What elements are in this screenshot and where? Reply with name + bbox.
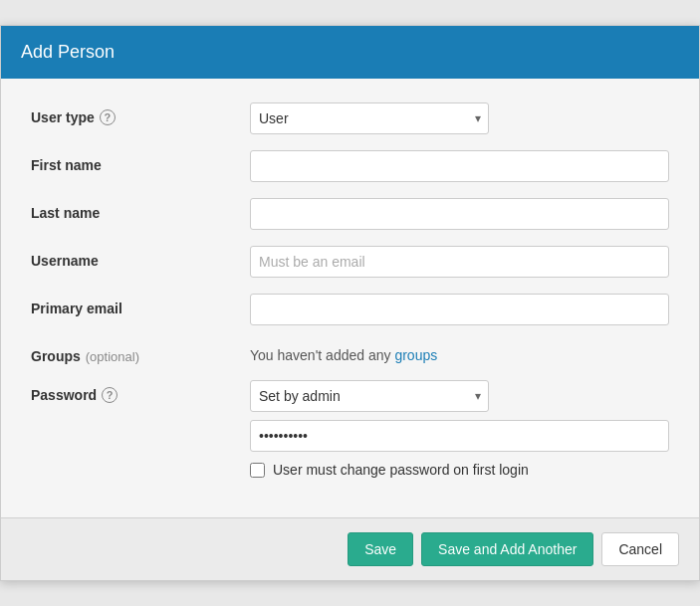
- last-name-input[interactable]: [250, 198, 669, 230]
- username-row: Username: [31, 246, 669, 278]
- first-name-label: First name: [31, 150, 250, 173]
- groups-link[interactable]: groups: [394, 347, 437, 363]
- groups-text: You haven't added any groups: [250, 341, 669, 363]
- change-password-label[interactable]: User must change password on first login: [273, 462, 529, 478]
- user-type-label: User type ?: [31, 102, 250, 125]
- password-control: Set by admin Set by user Generated ▾ Use…: [250, 380, 669, 478]
- groups-label: Groups (optional): [31, 341, 250, 364]
- groups-control: You haven't added any groups: [250, 341, 669, 363]
- save-button[interactable]: Save: [348, 532, 413, 566]
- last-name-label: Last name: [31, 198, 250, 221]
- change-password-checkbox[interactable]: [250, 463, 265, 478]
- password-help-icon[interactable]: ?: [102, 387, 117, 403]
- save-and-add-button[interactable]: Save and Add Another: [421, 532, 593, 566]
- password-select-wrap: Set by admin Set by user Generated ▾: [250, 380, 489, 412]
- primary-email-row: Primary email: [31, 294, 669, 325]
- last-name-row: Last name: [31, 198, 669, 230]
- dialog-title: Add Person: [21, 42, 115, 62]
- password-input-wrap: [250, 420, 669, 452]
- username-label: Username: [31, 246, 250, 269]
- primary-email-label: Primary email: [31, 294, 250, 316]
- username-input[interactable]: [250, 246, 669, 278]
- groups-row: Groups (optional) You haven't added any …: [31, 341, 669, 364]
- password-input[interactable]: [250, 420, 669, 452]
- last-name-control: [250, 198, 669, 230]
- checkbox-row: User must change password on first login: [250, 462, 669, 478]
- dialog-body: User type ? User Admin Staff ▾ First nam…: [1, 79, 699, 517]
- first-name-row: First name: [31, 150, 669, 182]
- first-name-control: [250, 150, 669, 182]
- user-type-select-wrap: User Admin Staff ▾: [250, 102, 489, 134]
- groups-optional-label: (optional): [86, 349, 139, 364]
- password-label: Password ?: [31, 380, 250, 403]
- add-person-dialog: Add Person User type ? User Admin Staff …: [0, 25, 700, 581]
- primary-email-control: [250, 294, 669, 325]
- username-control: [250, 246, 669, 278]
- user-type-row: User type ? User Admin Staff ▾: [31, 102, 669, 134]
- first-name-input[interactable]: [250, 150, 669, 182]
- user-type-select[interactable]: User Admin Staff: [250, 102, 489, 134]
- user-type-help-icon[interactable]: ?: [100, 109, 116, 125]
- password-row: Password ? Set by admin Set by user Gene…: [31, 380, 669, 478]
- primary-email-input[interactable]: [250, 294, 669, 325]
- user-type-control: User Admin Staff ▾: [250, 102, 669, 134]
- password-select[interactable]: Set by admin Set by user Generated: [250, 380, 489, 412]
- dialog-header: Add Person: [1, 26, 699, 79]
- dialog-footer: Save Save and Add Another Cancel: [1, 517, 699, 580]
- cancel-button[interactable]: Cancel: [601, 532, 679, 566]
